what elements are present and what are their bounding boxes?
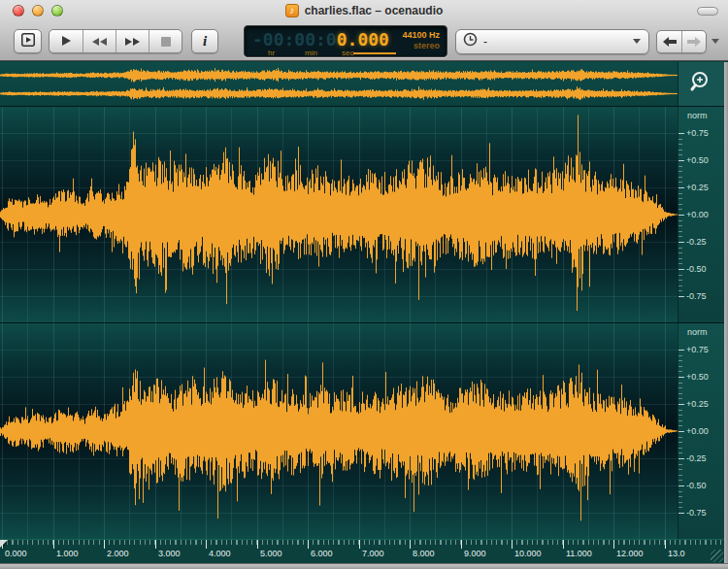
fast-forward-button[interactable] [116, 30, 149, 52]
waveform-editor: norm +0.75+0.50+0.25+0.00-0.25-0.50-0.75… [0, 107, 724, 539]
zoom-in-magnifier-icon [689, 70, 714, 99]
scale-label: +0.00 [686, 210, 709, 219]
ruler-tick [410, 540, 411, 549]
norm-label: norm [687, 327, 708, 337]
scale-label: -0.50 [686, 264, 707, 274]
scale-label: +0.50 [686, 155, 709, 165]
time-unit-hr: hr [268, 49, 275, 57]
ruler-tick [206, 540, 207, 549]
close-button[interactable] [13, 5, 24, 17]
scale-label: +0.75 [686, 345, 709, 354]
ruler-tick [613, 540, 614, 549]
scale-tick [678, 133, 684, 134]
scale-tick [678, 269, 684, 270]
chevron-down-icon [633, 39, 641, 44]
sample-rate: 44100 Hz [402, 30, 440, 41]
ruler-label: 5.000 [260, 549, 282, 558]
resize-grip[interactable] [711, 550, 723, 562]
overview-waveform[interactable] [0, 63, 678, 106]
ruler-tick [665, 540, 666, 549]
window-title: charlies.flac – ocenaudio [305, 4, 444, 17]
view-selector-value: - [483, 35, 633, 49]
ruler-label: 9.000 [464, 549, 486, 558]
rewind-button[interactable] [83, 30, 116, 52]
ruler-tick [257, 540, 258, 549]
back-button[interactable] [657, 31, 681, 52]
view-selector-dropdown[interactable]: - [455, 29, 649, 54]
amplitude-scale-left: norm +0.75+0.50+0.25+0.00-0.25-0.50-0.75 [678, 107, 724, 322]
norm-label: norm [687, 111, 708, 120]
channel-left[interactable]: norm +0.75+0.50+0.25+0.00-0.25-0.50-0.75 [0, 107, 724, 322]
scale-tick [678, 458, 684, 459]
ruler-label: 2.000 [107, 549, 129, 558]
play-in-window-button[interactable] [14, 29, 42, 53]
waveform-canvas-left[interactable] [0, 107, 678, 322]
play-button[interactable] [50, 30, 83, 52]
channel-right[interactable]: norm +0.75+0.50+0.25+0.00-0.25-0.50-0.75 [0, 323, 724, 539]
scale-label: -0.75 [686, 291, 707, 301]
ruler-label: 7.000 [362, 549, 384, 558]
ruler-tick [563, 540, 564, 549]
scale-tick [678, 377, 684, 378]
time-unit-underline [353, 52, 396, 54]
ruler-label: 11.000 [566, 549, 592, 558]
time-ruler[interactable]: 0.0001.0002.0003.0004.0005.0006.0007.000… [0, 539, 724, 563]
ruler-label: 6.000 [311, 549, 333, 558]
scale-tick [678, 485, 684, 486]
scale-label: -0.75 [686, 508, 707, 518]
scale-label: +0.75 [686, 128, 709, 138]
time-unit-min: min [305, 49, 317, 57]
forward-button[interactable] [681, 31, 706, 52]
scale-tick [678, 296, 684, 297]
stop-button[interactable] [149, 30, 182, 52]
scale-label: +0.50 [686, 372, 709, 382]
time-display: -00:00:00.000 hr min sec 44100 Hz stereo [244, 25, 447, 57]
toolbar-toggle-button[interactable] [697, 7, 718, 16]
stop-icon [161, 33, 171, 50]
amplitude-scale-right: norm +0.75+0.50+0.25+0.00-0.25-0.50-0.75 [678, 323, 724, 539]
toolbar: i -00:00:00.000 hr min sec 44100 Hz ster… [0, 21, 728, 61]
window-bottom-border [0, 563, 728, 569]
scale-label: +0.25 [686, 183, 709, 192]
minimize-button[interactable] [32, 5, 44, 17]
ruler-label: 12.000 [616, 549, 644, 558]
scale-label: +0.25 [686, 399, 709, 409]
ruler-tick [155, 540, 156, 549]
scale-tick [678, 350, 684, 351]
traffic-lights [13, 5, 63, 17]
ruler-label: 10.000 [514, 549, 542, 558]
info-button[interactable]: i [191, 29, 218, 53]
window-chrome: ♪ charlies.flac – ocenaudio [0, 0, 728, 61]
overview-strip[interactable] [0, 62, 724, 107]
clock-icon [463, 32, 478, 50]
scale-tick [678, 215, 684, 216]
fast-forward-icon [124, 33, 141, 50]
waveform-canvas-right[interactable] [0, 323, 678, 539]
ruler-label: 8.000 [413, 549, 435, 558]
zoom-tool-box[interactable] [678, 62, 724, 106]
zoom-button[interactable] [51, 5, 63, 17]
scale-label: -0.50 [686, 481, 707, 490]
format-info: 44100 Hz stereo [402, 30, 440, 51]
ruler-tick [308, 540, 309, 549]
ruler-label: 0.000 [5, 549, 27, 558]
ruler-label: 1.000 [56, 549, 79, 558]
history-nav [656, 30, 707, 53]
scale-tick [678, 242, 684, 243]
scale-label: -0.25 [686, 237, 707, 247]
play-in-window-icon [21, 33, 35, 50]
toolbar-overflow-icon[interactable] [711, 39, 719, 44]
time-value: 0.000 [337, 29, 389, 50]
play-icon [60, 33, 72, 50]
ruler-tick [461, 540, 462, 549]
app-window: ♪ charlies.flac – ocenaudio [0, 0, 728, 569]
time-ghost-digits: -00:00:0 [252, 29, 337, 50]
ruler-tick [2, 540, 3, 549]
window-title-group: ♪ charlies.flac – ocenaudio [285, 4, 444, 17]
titlebar[interactable]: ♪ charlies.flac – ocenaudio [0, 0, 728, 21]
back-arrow-icon [663, 33, 677, 50]
ruler-minor-ticks [2, 540, 724, 545]
ruler-tick [53, 540, 54, 549]
forward-arrow-icon [687, 33, 701, 50]
ruler-tick [359, 540, 360, 549]
